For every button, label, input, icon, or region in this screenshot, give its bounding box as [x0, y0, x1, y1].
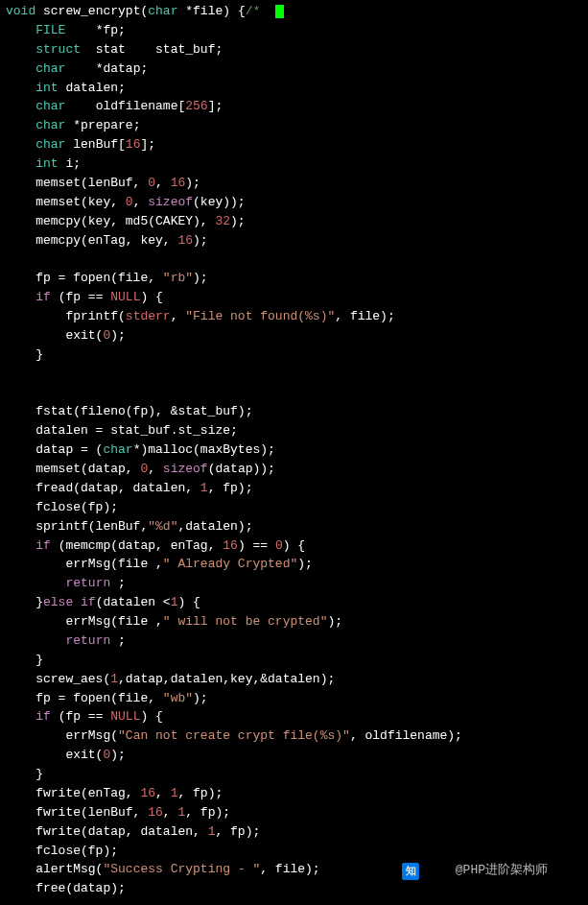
- code-line: fwrite(enTag, 16, 1, fp);: [6, 784, 588, 803]
- code-line: void screw_encrypt(char *file) {/*: [6, 2, 588, 21]
- code-block: void screw_encrypt(char *file) {/* FILE …: [0, 0, 588, 898]
- code-line: [6, 365, 588, 384]
- code-line: }: [6, 765, 588, 784]
- zhihu-logo-icon: 知: [402, 863, 419, 880]
- code-line: fp = fopen(file, "wb");: [6, 689, 588, 708]
- code-line: }else if(datalen <1) {: [6, 593, 588, 612]
- watermark-text: @PHP进阶架构师: [456, 861, 548, 880]
- code-line: }: [6, 651, 588, 670]
- code-line: FILE *fp;: [6, 21, 588, 40]
- code-line: }: [6, 345, 588, 365]
- cursor-icon: [275, 5, 284, 18]
- code-line: errMsg("Can not create crypt file(%s)", …: [6, 726, 588, 746]
- code-line: exit(0);: [6, 746, 588, 765]
- code-line: return ;: [6, 574, 588, 593]
- code-line: int datalen;: [6, 79, 588, 98]
- code-line: char *datap;: [6, 60, 588, 79]
- code-line: fread(datap, datalen, 1, fp);: [6, 479, 588, 498]
- code-line: if (fp == NULL) {: [6, 288, 588, 307]
- code-line: fwrite(lenBuf, 16, 1, fp);: [6, 803, 588, 822]
- code-line: fwrite(datap, datalen, 1, fp);: [6, 822, 588, 842]
- code-line: datap = (char*)malloc(maxBytes);: [6, 441, 588, 460]
- code-line: char *prepare;: [6, 116, 588, 135]
- code-line: fstat(fileno(fp), &stat_buf);: [6, 402, 588, 421]
- code-line: [6, 384, 588, 403]
- code-line: fprintf(stderr, "File not found(%s)", fi…: [6, 307, 588, 326]
- code-line: datalen = stat_buf.st_size;: [6, 421, 588, 441]
- code-line: memset(key, 0, sizeof(key));: [6, 193, 588, 212]
- code-line: fp = fopen(file, "rb");: [6, 269, 588, 288]
- code-line: memcpy(key, md5(CAKEY), 32);: [6, 212, 588, 231]
- code-line: errMsg(file ," will not be crypted");: [6, 612, 588, 631]
- code-line: screw_aes(1,datap,datalen,key,&datalen);: [6, 670, 588, 689]
- code-line: struct stat stat_buf;: [6, 40, 588, 60]
- code-line: return ;: [6, 631, 588, 651]
- code-line: fclose(fp);: [6, 498, 588, 517]
- code-line: memcpy(enTag, key, 16);: [6, 231, 588, 250]
- code-line: if (memcmp(datap, enTag, 16) == 0) {: [6, 536, 588, 556]
- code-line: char lenBuf[16];: [6, 135, 588, 155]
- code-line: errMsg(file ," Already Crypted");: [6, 555, 588, 574]
- code-line: exit(0);: [6, 326, 588, 345]
- code-line: char oldfilename[256];: [6, 97, 588, 116]
- code-line: memset(lenBuf, 0, 16);: [6, 174, 588, 193]
- code-line: if (fp == NULL) {: [6, 707, 588, 726]
- code-line: sprintf(lenBuf,"%d",datalen);: [6, 517, 588, 536]
- code-line: int i;: [6, 155, 588, 174]
- code-line: free(datap);: [6, 879, 588, 898]
- code-line: [6, 250, 588, 269]
- code-line: memset(datap, 0, sizeof(datap));: [6, 460, 588, 479]
- code-line: fclose(fp);: [6, 842, 588, 861]
